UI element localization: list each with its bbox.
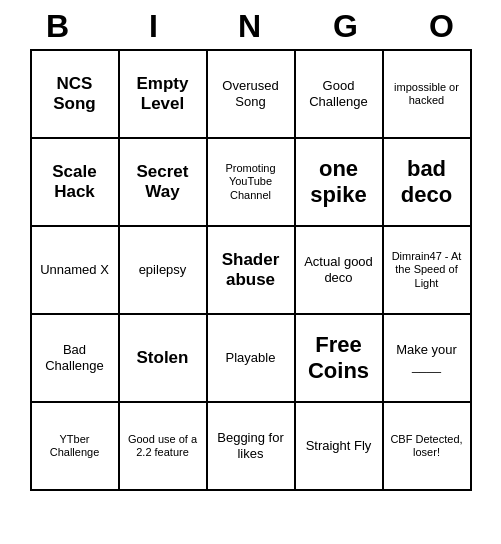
cell-1-4: bad deco	[384, 139, 472, 227]
cell-2-3: Actual good deco	[296, 227, 384, 315]
bingo-letter: B	[15, 8, 103, 45]
cell-1-1: Secret Way	[120, 139, 208, 227]
cell-2-2: Shader abuse	[208, 227, 296, 315]
bingo-letter: G	[303, 8, 391, 45]
cell-4-0: YTber Challenge	[32, 403, 120, 491]
bingo-title: BINGO	[11, 0, 491, 49]
cell-0-1: Empty Level	[120, 51, 208, 139]
cell-2-4: Dimrain47 - At the Speed of Light	[384, 227, 472, 315]
cell-2-1: epilepsy	[120, 227, 208, 315]
bingo-grid: NCS SongEmpty LevelOverused SongGood Cha…	[30, 49, 472, 491]
cell-4-2: Begging for likes	[208, 403, 296, 491]
bingo-letter: N	[207, 8, 295, 45]
cell-0-3: Good Challenge	[296, 51, 384, 139]
cell-1-3: one spike	[296, 139, 384, 227]
cell-1-0: Scale Hack	[32, 139, 120, 227]
cell-3-1: Stolen	[120, 315, 208, 403]
cell-4-3: Straight Fly	[296, 403, 384, 491]
cell-4-4: CBF Detected, loser!	[384, 403, 472, 491]
cell-3-0: Bad Challenge	[32, 315, 120, 403]
bingo-letter: O	[399, 8, 487, 45]
cell-2-0: Unnamed X	[32, 227, 120, 315]
cell-3-2: Playable	[208, 315, 296, 403]
cell-0-0: NCS Song	[32, 51, 120, 139]
cell-3-3: Free Coins	[296, 315, 384, 403]
cell-3-4: Make your ____	[384, 315, 472, 403]
cell-0-2: Overused Song	[208, 51, 296, 139]
bingo-letter: I	[111, 8, 199, 45]
cell-4-1: Good use of a 2.2 feature	[120, 403, 208, 491]
cell-1-2: Promoting YouTube Channel	[208, 139, 296, 227]
cell-0-4: impossible or hacked	[384, 51, 472, 139]
